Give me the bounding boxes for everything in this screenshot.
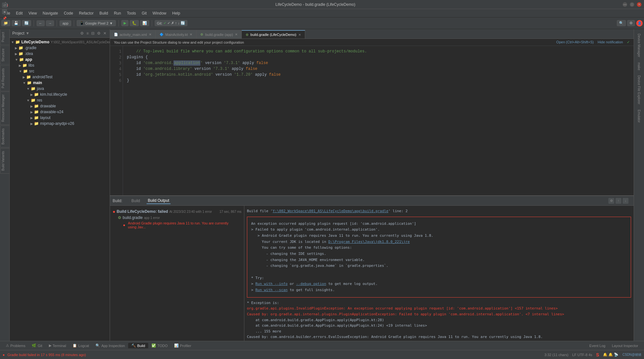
bottom-tab-profiler[interactable]: 📊 Profiler <box>171 343 194 348</box>
project-dropdown-arrow[interactable]: ▼ <box>26 31 29 36</box>
jdk-path-link[interactable]: D:\Program Files\Java\jdk1.8.0_221\jre <box>328 240 410 244</box>
run-scan-link[interactable]: Run with --scan <box>255 288 287 292</box>
menu-edit[interactable]: Edit <box>13 10 25 16</box>
device-manager-tab[interactable]: Device Manager <box>637 32 641 59</box>
build-output[interactable]: Build file 'Y:\002_WorkSpace\001_AS\Life… <box>244 206 634 341</box>
toolbar-forward[interactable]: → <box>46 20 54 26</box>
device-file-explorer-tab[interactable]: Device File Explorer <box>637 73 641 106</box>
toolbar-back[interactable]: ← <box>37 20 45 26</box>
build-file-path-link[interactable]: Y:\002_WorkSpace\001_AS\LifeCycleDemo\ap… <box>272 209 388 213</box>
tree-drawable-v24-item[interactable]: ▶ 📁 drawable-v24 <box>10 109 110 115</box>
menu-view[interactable]: View <box>26 10 39 16</box>
build-tab-output[interactable]: Build Output <box>147 198 171 204</box>
open-project-structure-link[interactable]: Open (Ctrl+Alt+Shift+S) <box>556 40 594 44</box>
settings-button[interactable]: ⚙ <box>627 20 635 26</box>
maximize-button[interactable]: □ <box>630 2 634 7</box>
tab-structure[interactable]: Structure <box>0 46 9 65</box>
user-avatar[interactable]: 👤 <box>636 20 643 27</box>
profile-button[interactable]: 📊 <box>140 20 149 26</box>
tree-main-item[interactable]: ▼ 📁 main <box>10 80 110 86</box>
status-logo: S <box>596 352 599 357</box>
gear-icon[interactable]: ⚙ <box>80 30 84 36</box>
tab-project[interactable]: Project <box>0 29 9 45</box>
tree-drawable-item[interactable]: ▶ 📁 drawable <box>10 103 110 109</box>
tab-build-gradle-app-close[interactable]: ✕ <box>235 33 238 36</box>
menu-run[interactable]: Run <box>111 10 124 16</box>
device-selector[interactable]: 📱 Google Pixel 2 ▼ <box>77 20 116 26</box>
error-option-2: - changing the JAVA_HOME environment var… <box>251 257 627 263</box>
code-line-4: id 'com.android.library' version '7.3.1'… <box>127 66 630 72</box>
tree-root-item[interactable]: ▼ 📁 LifeCycleDemo Y:\002_WorkSpace\001_A… <box>10 39 110 45</box>
menu-tools[interactable]: Tools <box>124 10 139 16</box>
toolbar-save[interactable]: 💾 <box>12 20 21 26</box>
tree-app-item[interactable]: ▼ 📁 app <box>10 57 110 62</box>
tab-resource-manager[interactable]: Resource Manager <box>0 92 9 125</box>
tab-mainactivity-kt[interactable]: 🔷 MainActivity.kt ✕ <box>156 30 196 38</box>
tree-drawable-v24-icon: 📁 <box>34 110 39 114</box>
bottom-tab-terminal[interactable]: ▶ Terminal <box>46 343 70 348</box>
toolbar-sync[interactable]: 🔄 <box>22 20 31 26</box>
bottom-tab-build[interactable]: 🔨 Build <box>128 343 148 348</box>
code-editor[interactable]: // Top-level build file where you can ad… <box>123 46 634 195</box>
build-file-row[interactable]: ⚙ build.gradle app 1 error <box>113 215 241 221</box>
menu-navigate[interactable]: Navigate <box>40 10 61 16</box>
tree-gradle-item[interactable]: ▶ 📁 .gradle <box>10 45 110 51</box>
tab-pull-requests[interactable]: Pull Requests <box>0 65 9 91</box>
bottom-tab-app-inspection[interactable]: 🔍 App Inspection <box>92 343 128 348</box>
tree-mipmap-item[interactable]: ▶ 📁 mipmap-anydpi-v26 <box>10 121 110 126</box>
emulator-tab[interactable]: Emulator <box>637 108 641 125</box>
menu-git[interactable]: Git <box>139 10 149 16</box>
tab-build-gradle-app[interactable]: ⚙ build.gradle (app) ✕ <box>196 30 242 38</box>
tab-mainactivity-close[interactable]: ✕ <box>190 33 192 36</box>
menu-code[interactable]: Code <box>61 10 76 16</box>
jdk-path-link-2[interactable]: D:\Program Files\Java\jdk1.8.0_221\jre <box>313 341 395 341</box>
tree-layout-item[interactable]: ▶ 📁 layout <box>10 115 110 121</box>
menu-window[interactable]: Window <box>150 10 169 16</box>
project-selector[interactable]: app <box>60 20 71 26</box>
tree-libs-item[interactable]: ▶ 📁 libs <box>10 62 110 68</box>
bottom-tab-layout-inspector[interactable]: Layout Inspector <box>609 343 641 348</box>
build-scroll-down-btn[interactable]: ↓ <box>623 198 628 204</box>
bottom-tab-git[interactable]: 🌿 Git <box>28 343 45 348</box>
toolbar-git[interactable]: Git: ✓ ✓ ✗ ↑ ↓ 🔄 <box>155 20 187 26</box>
run-info-link[interactable]: Run with --info <box>255 282 287 286</box>
tab-build-gradle-close[interactable]: ✕ <box>298 33 301 37</box>
debug-option-link[interactable]: --debug option <box>296 282 326 286</box>
search-button[interactable]: 🔍 <box>617 20 626 26</box>
build-tab-build[interactable]: Build <box>130 198 141 204</box>
tree-idea-item[interactable]: ▶ 📁 .idea <box>10 51 110 57</box>
tab-bookmarks[interactable]: Bookmarks <box>0 125 9 147</box>
tree-src-item[interactable]: ▼ 📁 src <box>10 68 110 74</box>
menu-build[interactable]: Build <box>97 10 111 16</box>
tab-build-gradle-lifecycledemo[interactable]: ⚙ build.gradle (LifeCycleDemo) ✕ <box>242 30 305 38</box>
tree-app-arrow: ▼ <box>15 58 18 61</box>
minimize-button[interactable]: — <box>623 2 627 7</box>
make-tab[interactable]: make <box>637 60 641 72</box>
run-button[interactable]: ▶ <box>121 20 128 26</box>
sort-icon[interactable]: ≡ <box>86 30 89 36</box>
tab-activity-main-xml[interactable]: 📄 activity_main.xml ✕ <box>110 30 156 38</box>
bottom-tab-todo[interactable]: ✅ TODO <box>148 343 171 348</box>
bottom-tab-logcat[interactable]: 📋 Logcat <box>69 343 92 348</box>
tab-build-variants[interactable]: Build Variants <box>0 148 9 174</box>
build-settings-btn[interactable]: ⚙ <box>608 198 614 204</box>
menu-refactor[interactable]: Refactor <box>76 10 96 16</box>
close-panel-icon[interactable]: ✕ <box>103 30 107 36</box>
menu-help[interactable]: Help <box>170 10 183 16</box>
tab-activity-main-close[interactable]: ✕ <box>149 33 151 36</box>
tab-build-gradle-app-label: build.gradle (app) <box>205 33 233 37</box>
tree-androidtest-item[interactable]: ▶ 📁 androidTest <box>10 74 110 80</box>
tree-res-item[interactable]: ▼ 📁 res <box>10 97 110 103</box>
close-button[interactable]: ✕ <box>637 2 641 7</box>
tree-package-item[interactable]: ▶ 📁 kim.hsl.lifecycle <box>10 92 110 97</box>
tree-java-item[interactable]: ▼ 📁 java <box>10 86 110 92</box>
settings-icon[interactable]: ⚙ <box>96 30 101 36</box>
build-error-row[interactable]: ● Android Gradle plugin requires Java 11… <box>113 221 241 230</box>
bottom-tab-event-log[interactable]: Event Log <box>586 343 609 348</box>
build-scroll-up-btn[interactable]: ↑ <box>616 198 621 204</box>
debug-button[interactable]: 🐛 <box>130 20 139 26</box>
bottom-tab-problems[interactable]: ⚠ Problems <box>3 343 28 348</box>
build-title-label[interactable]: Build LifeCycleDemo: failed <box>117 209 168 214</box>
hide-notification-link[interactable]: Hide notification <box>598 40 623 44</box>
expand-icon[interactable]: ⊟ <box>91 30 95 36</box>
